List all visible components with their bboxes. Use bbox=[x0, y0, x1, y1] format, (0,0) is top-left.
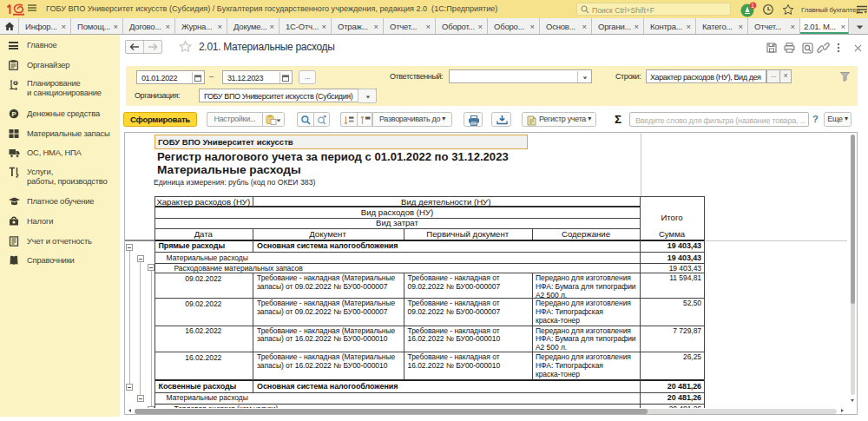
svg-text:1: 1 bbox=[751, 3, 754, 9]
svg-text:₽: ₽ bbox=[14, 81, 16, 85]
svg-text:P: P bbox=[11, 110, 16, 118]
